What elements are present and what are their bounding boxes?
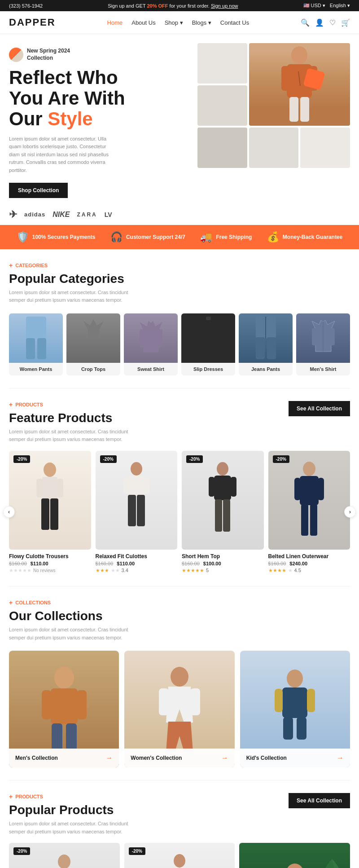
- category-mens-shirt[interactable]: Men's Shirt: [296, 313, 350, 375]
- brands-row: ✈ adidas NIKE ZARA LV: [9, 209, 188, 220]
- svg-point-68: [174, 854, 185, 868]
- sale-banner[interactable]: Only 30% OFF Women's Cloth Shop Sale: [239, 843, 350, 868]
- svg-rect-8: [26, 338, 35, 359]
- product-3-name: Short Hem Top: [182, 553, 264, 560]
- collections-desc: Lorem ipsum dolor sit amet consectetur. …: [9, 626, 144, 642]
- product-4-price: $160.00 $240.00: [268, 561, 350, 566]
- categories-section: CATEGORIES Popular Categories Lorem ipsu…: [0, 249, 359, 388]
- product-1: -20% Flowy Culotte Trousers $160.00 $110…: [9, 451, 91, 573]
- nav-about[interactable]: About Us: [131, 19, 155, 26]
- product-4: -20% Belted Linen Outerwear $160.00 $240…: [268, 451, 350, 573]
- svg-point-0: [291, 46, 307, 64]
- svg-rect-2: [281, 66, 289, 91]
- popular-product-1-image[interactable]: -20% ‹: [9, 843, 120, 868]
- product-3-new-price: $100.00: [203, 561, 221, 566]
- product-3-stars: ★★★★★: [182, 568, 204, 573]
- product-3-rating-val: 5: [206, 568, 209, 573]
- popular-product-2-discount: -20%: [129, 847, 145, 855]
- product-1-rating: ★★★★★ No reviews: [9, 568, 91, 573]
- collection-mens-label: Men's Collection →: [9, 749, 119, 767]
- product-3-price: $160.00 $100.00: [182, 561, 264, 566]
- product-2: -20% Relaxed Fit Culottes $160.00 $110.0…: [96, 451, 178, 573]
- products-slider-left[interactable]: ‹: [3, 506, 15, 518]
- signup-link[interactable]: Sign up now: [211, 3, 238, 9]
- popular-desc: Lorem ipsum dolor sit amet consectetur. …: [9, 820, 144, 836]
- product-3-image[interactable]: -20%: [182, 451, 264, 550]
- svg-point-60: [58, 855, 70, 868]
- language-selector[interactable]: English ▾: [330, 3, 350, 9]
- svg-rect-29: [123, 477, 129, 494]
- categories-title: Popular Categories: [9, 272, 350, 286]
- product-2-old-price: $160.00: [96, 561, 114, 566]
- sale-leaf-decoration: [314, 859, 350, 868]
- category-sweat-shirt[interactable]: Sweat Shirt: [124, 313, 178, 375]
- hero-title-highlight: Style: [48, 108, 92, 129]
- product-1-image[interactable]: -20%: [9, 451, 91, 550]
- product-2-image[interactable]: -20%: [96, 451, 178, 550]
- currency-selector[interactable]: 🇺🇸 USD ▾: [303, 3, 325, 9]
- product-4-name: Belted Linen Outerwear: [268, 553, 350, 560]
- nav-shop[interactable]: Shop ▾: [165, 19, 183, 26]
- svg-rect-19: [330, 328, 335, 345]
- popular-products-section: PRODUCTS Popular Products Lorem ipsum do…: [0, 780, 359, 868]
- svg-point-21: [44, 463, 56, 477]
- svg-rect-30: [144, 477, 149, 494]
- feature-support: 🎧 Customer Support 24/7: [110, 231, 185, 243]
- featured-products-section: PRODUCTS Feature Products Lorem ipsum do…: [0, 388, 359, 586]
- account-icon[interactable]: 👤: [315, 18, 324, 27]
- svg-rect-13: [206, 317, 211, 320]
- product-4-image[interactable]: -20%: [268, 451, 350, 550]
- brand-zara: ZARA: [77, 211, 97, 218]
- support-icon: 🎧: [110, 231, 123, 243]
- category-women-pants-label: Women Pants: [9, 363, 63, 375]
- support-label: Customer Support 24/7: [126, 234, 185, 240]
- wishlist-icon[interactable]: ♡: [329, 18, 336, 27]
- category-jeans-pants[interactable]: Jeans Pants: [239, 313, 293, 375]
- collections-grid: Men's Collection → Women's Collection →: [9, 651, 350, 767]
- category-slip-dresses[interactable]: Slip Dresses: [181, 313, 235, 375]
- hero-title: Reflect Who You Are With Our Style: [9, 67, 188, 130]
- svg-rect-57: [307, 689, 315, 712]
- collection-mens[interactable]: Men's Collection →: [9, 651, 119, 767]
- product-1-new-price: $110.00: [31, 561, 48, 566]
- nav-home[interactable]: Home: [107, 19, 123, 26]
- popular-title: Popular Products: [9, 803, 144, 817]
- payments-label: 100% Secures Payments: [32, 234, 96, 240]
- popular-product-2-figure: [124, 843, 235, 868]
- collection-kids[interactable]: Kid's Collection →: [240, 651, 350, 767]
- collection-kids-arrow: →: [337, 754, 344, 762]
- svg-rect-52: [159, 688, 169, 715]
- category-women-pants[interactable]: Women Pants: [9, 313, 63, 375]
- search-icon[interactable]: 🔍: [301, 18, 310, 27]
- popular-product-2-image[interactable]: -20% ›: [124, 843, 235, 868]
- categories-tag: CATEGORIES: [9, 262, 350, 269]
- nav-contact[interactable]: Contact Us: [220, 19, 249, 26]
- svg-rect-36: [231, 477, 236, 497]
- see-all-products-button[interactable]: See All Collection: [289, 401, 350, 416]
- svg-rect-24: [57, 479, 63, 498]
- svg-rect-28: [129, 476, 144, 496]
- product-2-discount: -20%: [100, 455, 117, 463]
- svg-rect-59: [297, 717, 306, 740]
- brand-armani: ✈: [9, 209, 17, 220]
- popular-product-1: -20% ‹ Laid-Back Linen Shorts: [9, 843, 120, 868]
- shop-collection-button[interactable]: Shop Collection: [9, 183, 68, 198]
- svg-point-51: [171, 667, 188, 687]
- svg-rect-7: [26, 317, 46, 339]
- product-4-stars: ★★★★: [268, 568, 286, 573]
- category-crop-tops[interactable]: Crop Tops: [66, 313, 120, 375]
- collection-womens[interactable]: Women's Collection →: [124, 651, 234, 767]
- product-1-price: $160.00 $110.00: [9, 561, 91, 566]
- svg-rect-18: [312, 328, 316, 345]
- category-crop-tops-image: [66, 313, 120, 363]
- svg-rect-35: [209, 477, 215, 497]
- products-header: PRODUCTS Feature Products Lorem ipsum do…: [9, 401, 350, 444]
- svg-point-33: [217, 462, 228, 476]
- nav-blogs[interactable]: Blogs ▾: [192, 19, 211, 26]
- see-all-popular-button[interactable]: See All Collection: [289, 793, 350, 808]
- products-slider-right[interactable]: ›: [344, 506, 356, 518]
- product-4-rating-val: 4.5: [294, 568, 301, 573]
- svg-point-39: [303, 462, 315, 476]
- popular-tag: PRODUCTS: [9, 793, 144, 800]
- cart-icon[interactable]: 🛒: [341, 18, 350, 27]
